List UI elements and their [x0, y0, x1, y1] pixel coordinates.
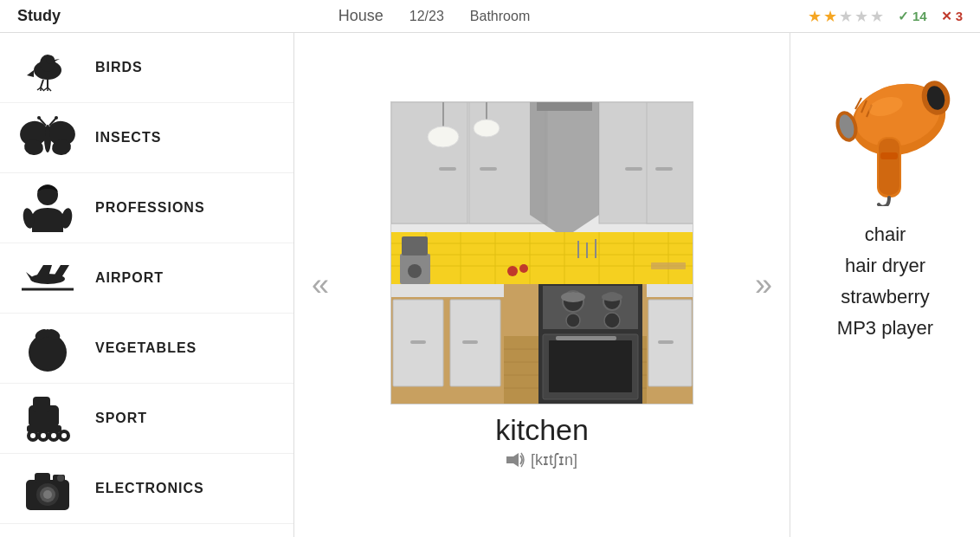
svg-rect-97 — [556, 336, 616, 340]
svg-point-115 — [507, 266, 518, 276]
audio-icon[interactable] — [506, 452, 525, 468]
svg-rect-113 — [595, 239, 596, 258]
vegetables-label: VEGETABLES — [95, 340, 197, 356]
svg-rect-73 — [391, 102, 467, 223]
center-panel: « — [294, 33, 790, 537]
study-title: Study — [17, 7, 61, 25]
svg-point-45 — [61, 433, 67, 438]
svg-rect-79 — [625, 167, 642, 171]
birds-icon — [17, 42, 78, 94]
svg-point-105 — [474, 120, 500, 137]
svg-rect-50 — [35, 473, 50, 483]
right-word-3: MP3 player — [837, 317, 933, 340]
svg-point-116 — [519, 264, 528, 273]
svg-rect-123 — [879, 139, 899, 195]
svg-rect-99 — [647, 284, 693, 297]
star-1: ★ — [808, 7, 822, 26]
svg-point-109 — [561, 292, 585, 302]
svg-rect-88 — [462, 340, 478, 344]
electronics-icon — [17, 463, 78, 514]
professions-label: PROFESSIONS — [95, 200, 205, 216]
word-label: kitchen — [495, 413, 589, 447]
svg-point-108 — [408, 264, 422, 278]
svg-point-17 — [55, 116, 58, 120]
svg-marker-81 — [530, 102, 599, 232]
right-words: chair hair dryer strawberry MP3 player — [837, 223, 933, 340]
sidebar-item-airport[interactable]: AIRPORT — [0, 243, 293, 314]
sidebar: BIRDS — [0, 33, 294, 537]
svg-point-31 — [29, 333, 67, 372]
svg-rect-111 — [577, 241, 579, 258]
airport-label: AIRPORT — [95, 270, 164, 286]
svg-marker-29 — [52, 265, 69, 279]
svg-point-49 — [43, 490, 52, 499]
hairdryer-svg — [816, 50, 955, 206]
sport-label: SPORT — [95, 411, 147, 426]
professions-icon — [17, 182, 78, 234]
star-3: ★ — [839, 7, 853, 26]
svg-point-103 — [428, 126, 459, 147]
svg-rect-36 — [33, 397, 50, 412]
checkmark-icon: ✓ — [898, 9, 909, 24]
right-panel: chair hair dryer strawberry MP3 player — [790, 33, 980, 537]
airport-icon — [17, 252, 78, 304]
svg-rect-87 — [410, 340, 426, 344]
right-word-0: chair — [865, 223, 906, 246]
svg-rect-114 — [651, 262, 686, 269]
svg-rect-112 — [586, 243, 588, 258]
hairdryer-image — [816, 50, 955, 206]
sidebar-item-professions[interactable]: PROFESSIONS — [0, 173, 293, 243]
svg-marker-3 — [55, 59, 60, 61]
star-2: ★ — [823, 7, 837, 26]
svg-rect-107 — [402, 236, 428, 256]
cross-icon: ✕ — [941, 9, 952, 24]
svg-point-110 — [602, 293, 622, 301]
sidebar-item-insects[interactable]: INSECTS — [0, 103, 293, 173]
insects-icon — [17, 112, 78, 164]
main-content: BIRDS — [0, 33, 980, 537]
svg-rect-60 — [391, 232, 693, 284]
wrong-value: 3 — [956, 9, 963, 23]
svg-point-94 — [604, 313, 620, 328]
svg-rect-84 — [391, 284, 504, 297]
vegetables-icon — [17, 322, 78, 374]
header: Study House 12/23 Bathroom ★ ★ ★ ★ ★ ✓ 1… — [0, 0, 980, 33]
sidebar-item-sport[interactable]: SPORT — [0, 384, 293, 454]
svg-point-42 — [30, 433, 35, 438]
svg-point-15 — [37, 116, 41, 120]
svg-rect-76 — [480, 167, 497, 171]
header-right: ★ ★ ★ ★ ★ ✓ 14 ✕ 3 — [808, 7, 963, 26]
svg-point-44 — [51, 433, 56, 438]
phonetic-text: [kɪtʃɪn] — [531, 450, 577, 469]
sidebar-item-electronics[interactable]: ELECTRONICS — [0, 454, 293, 524]
svg-rect-101 — [658, 340, 674, 344]
svg-marker-4 — [27, 70, 34, 77]
prev-arrow[interactable]: « — [303, 258, 338, 312]
star-rating: ★ ★ ★ ★ ★ — [808, 7, 884, 26]
main-image — [390, 101, 693, 404]
sidebar-item-vegetables[interactable]: VEGETABLES — [0, 314, 293, 384]
svg-rect-75 — [439, 167, 456, 171]
svg-point-93 — [566, 314, 580, 327]
sidebar-item-birds[interactable]: BIRDS — [0, 33, 293, 103]
correct-value: 14 — [912, 9, 927, 23]
subcategory-label: Bathroom — [470, 9, 530, 24]
svg-point-22 — [45, 126, 50, 151]
wrong-count: ✕ 3 — [941, 9, 963, 24]
star-4: ★ — [854, 7, 868, 26]
header-center: House 12/23 Bathroom — [338, 7, 530, 25]
kitchen-svg — [391, 102, 693, 404]
insects-label: INSECTS — [95, 130, 161, 146]
category-title: House — [338, 7, 384, 25]
svg-rect-80 — [655, 167, 673, 171]
svg-rect-96 — [549, 340, 632, 392]
progress-indicator: 12/23 — [409, 9, 444, 24]
svg-rect-124 — [880, 152, 898, 159]
svg-rect-82 — [537, 102, 592, 111]
right-word-2: strawberry — [841, 286, 930, 308]
next-arrow[interactable]: » — [746, 258, 781, 312]
svg-line-5 — [41, 80, 43, 87]
sport-icon — [17, 392, 78, 444]
svg-point-52 — [57, 475, 64, 482]
birds-label: BIRDS — [95, 60, 143, 75]
